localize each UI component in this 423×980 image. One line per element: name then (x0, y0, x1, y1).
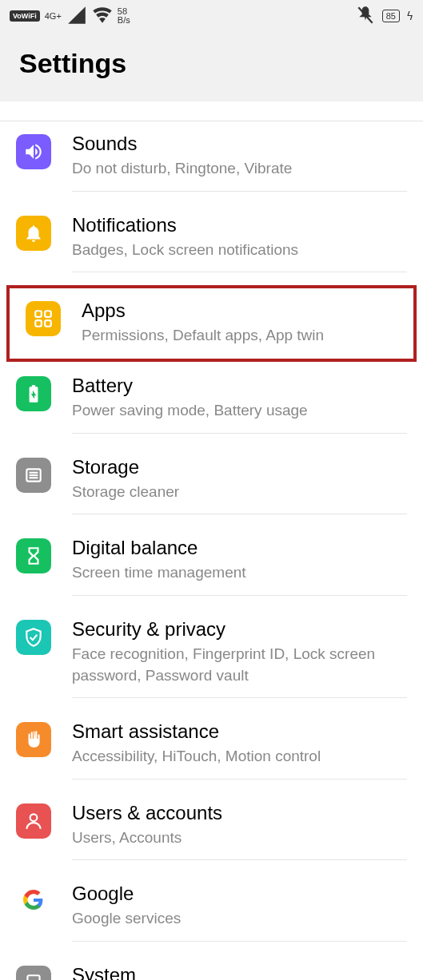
row-title: Apps (82, 300, 397, 322)
status-bar: VoWiFi 4G+ 58 B/s 85 ϟ (0, 0, 423, 32)
row-title: Storage (72, 456, 407, 478)
google-icon (16, 883, 51, 918)
row-subtitle: Do not disturb, Ringtone, Vibrate (72, 158, 407, 180)
svg-rect-2 (45, 311, 51, 317)
row-title: Digital balance (72, 537, 407, 559)
settings-item-system[interactable]: System System navigation, Software updat… (0, 953, 423, 980)
svg-rect-4 (45, 320, 51, 327)
wifi-icon (92, 5, 113, 28)
row-title: Battery (72, 375, 407, 397)
row-title: Google (72, 883, 407, 905)
system-icon (16, 966, 51, 980)
row-title: Users & accounts (72, 802, 407, 824)
row-subtitle: Screen time management (72, 562, 407, 584)
page-title: Settings (19, 48, 404, 79)
vowifi-badge: VoWiFi (10, 10, 40, 22)
settings-header: Settings (0, 32, 423, 101)
settings-item-google[interactable]: Google Google services (0, 871, 423, 953)
row-subtitle: Power saving mode, Battery usage (72, 400, 407, 422)
settings-item-users-accounts[interactable]: Users & accounts Users, Accounts (0, 791, 423, 872)
row-title: Notifications (72, 214, 407, 236)
charging-icon: ϟ (406, 10, 413, 22)
network-type: 4G+ (45, 11, 62, 21)
settings-item-sounds[interactable]: Sounds Do not disturb, Ringtone, Vibrate (0, 121, 423, 203)
settings-item-digital-balance[interactable]: Digital balance Screen time management (0, 526, 423, 607)
battery-level: 85 (382, 10, 400, 22)
settings-item-storage[interactable]: Storage Storage cleaner (0, 445, 423, 526)
status-left: VoWiFi 4G+ 58 B/s (10, 5, 130, 28)
row-subtitle: Google services (72, 908, 407, 930)
settings-item-battery[interactable]: Battery Power saving mode, Battery usage (0, 363, 423, 445)
storage-icon (16, 458, 51, 493)
svg-rect-1 (35, 311, 42, 317)
hourglass-icon (16, 538, 51, 573)
row-subtitle: Accessibility, HiTouch, Motion control (72, 746, 407, 768)
settings-list[interactable]: Sounds Do not disturb, Ringtone, Vibrate… (0, 101, 423, 980)
highlight-box: Apps Permissions, Default apps, App twin (6, 285, 417, 362)
row-title: Security & privacy (72, 618, 407, 641)
svg-point-9 (30, 814, 38, 821)
row-title: Smart assistance (72, 720, 407, 743)
settings-item-security[interactable]: Security & privacy Face recognition, Fin… (0, 607, 423, 709)
notifications-icon (16, 216, 51, 251)
mute-icon (355, 5, 376, 28)
row-title: Sounds (72, 133, 407, 155)
settings-item-notifications[interactable]: Notifications Badges, Lock screen notifi… (0, 203, 423, 284)
row-title: System (72, 964, 407, 980)
row-subtitle: Permissions, Default apps, App twin (82, 325, 397, 347)
settings-item-apps[interactable]: Apps Permissions, Default apps, App twin (19, 296, 404, 351)
row-subtitle: Storage cleaner (72, 482, 407, 503)
hand-icon (16, 722, 51, 757)
battery-icon (16, 376, 51, 411)
shield-icon (16, 620, 51, 655)
data-speed: 58 B/s (118, 7, 130, 25)
partial-row (0, 113, 423, 121)
signal-icon (66, 5, 87, 28)
user-icon (16, 803, 51, 839)
apps-icon (26, 301, 61, 336)
row-subtitle: Users, Accounts (72, 827, 407, 849)
settings-item-smart-assistance[interactable]: Smart assistance Accessibility, HiTouch,… (0, 709, 423, 791)
sounds-icon (16, 134, 51, 169)
svg-rect-3 (35, 320, 42, 327)
status-right: 85 ϟ (355, 5, 413, 28)
row-subtitle: Face recognition, Fingerprint ID, Lock s… (72, 644, 407, 686)
row-subtitle: Badges, Lock screen notifications (72, 240, 407, 261)
svg-rect-10 (27, 975, 39, 980)
